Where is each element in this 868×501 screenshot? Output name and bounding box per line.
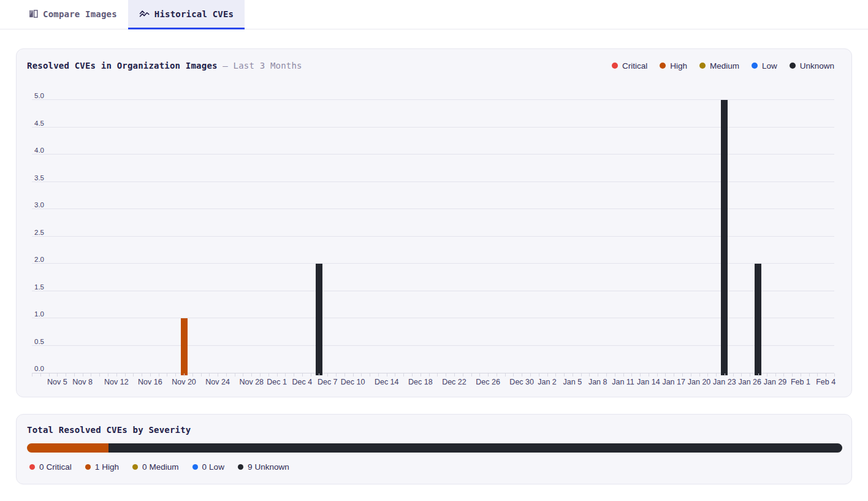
x-axis-tick [649, 373, 649, 377]
bar-unknown-jan23[interactable] [721, 100, 728, 375]
x-axis-tick [522, 373, 522, 377]
x-axis-tick [598, 373, 598, 377]
medium-dot [699, 63, 706, 69]
x-axis-tick [437, 373, 438, 377]
gridline [32, 208, 834, 209]
bar-unknown-jan27[interactable] [755, 264, 761, 375]
x-axis-tick [91, 373, 91, 377]
medium-dot [132, 464, 138, 470]
x-axis-tick [826, 373, 826, 377]
tab-historical-cves[interactable]: Historical CVEs [128, 0, 245, 29]
x-axis-tick [302, 373, 303, 377]
bar-unknown-dec6[interactable] [316, 264, 322, 375]
x-axis-tick [251, 373, 252, 377]
x-axis-tick [573, 373, 573, 377]
x-axis-tick [657, 373, 658, 377]
x-axis-tick [429, 373, 430, 377]
x-axis-tick [682, 373, 683, 377]
x-axis-tick [150, 373, 151, 377]
x-axis-tick [336, 373, 337, 377]
x-axis-tick [125, 373, 126, 377]
chart-legend: Critical High Medium Low Unknown [612, 61, 834, 71]
legend-item-medium: Medium [699, 61, 739, 71]
gridline [32, 345, 834, 346]
x-axis-tick [581, 373, 582, 377]
x-axis-tick [547, 373, 548, 377]
x-axis-label: Jan 20 [688, 378, 711, 386]
x-axis-tick [792, 373, 793, 377]
x-axis-label: Jan 8 [588, 378, 607, 386]
high-dot [85, 464, 91, 470]
y-axis-label: 2.5 [34, 229, 44, 236]
gridline [32, 263, 834, 264]
x-axis-label: Jan 5 [563, 378, 582, 386]
x-axis-tick [750, 373, 750, 377]
x-axis-tick [539, 373, 539, 377]
tab-label: Compare Images [43, 9, 117, 19]
x-axis-tick [226, 373, 227, 377]
x-axis-tick [640, 373, 641, 377]
x-axis-tick [192, 373, 193, 377]
x-axis-tick [184, 373, 185, 377]
x-axis-label: Feb 1 [791, 378, 810, 386]
x-axis-label: Dec 30 [509, 378, 534, 386]
tab-compare-images[interactable]: Compare Images [17, 0, 128, 29]
x-axis-tick [615, 373, 615, 377]
x-axis-label: Jan 29 [764, 378, 787, 386]
x-axis-tick [691, 373, 691, 377]
x-axis-tick [665, 373, 666, 377]
y-axis-label: 4.5 [34, 120, 44, 127]
x-axis-label: Dec 4 [292, 378, 313, 386]
severity-summary-card: Total Resolved CVEs by Severity 0Critica… [16, 414, 852, 484]
x-axis-tick [285, 373, 286, 377]
x-axis-tick [488, 373, 489, 377]
x-axis-tick [564, 373, 565, 377]
x-axis-label: Jan 14 [637, 378, 660, 386]
x-axis-tick [268, 373, 269, 377]
x-axis-tick [446, 373, 446, 377]
x-axis-label: Nov 28 [239, 378, 264, 386]
x-axis-tick [775, 373, 776, 377]
bar-high-nov20[interactable] [181, 318, 188, 375]
x-axis-tick [809, 373, 810, 377]
x-axis-tick [801, 373, 801, 377]
x-axis-tick [345, 373, 345, 377]
legend-item-low: Low [752, 61, 777, 71]
critical-dot [612, 63, 618, 69]
x-axis-tick [378, 373, 379, 377]
x-axis-tick [817, 373, 818, 377]
low-dot [752, 63, 758, 69]
x-axis-tick [767, 373, 767, 377]
x-axis-tick [294, 373, 294, 377]
gridline [32, 182, 834, 182]
summary-legend-item-low: 0Low [192, 462, 224, 472]
x-axis-tick [716, 373, 717, 377]
x-axis-label: Dec 18 [408, 378, 433, 386]
x-axis: Nov 5Nov 8Nov 12Nov 16Nov 20Nov 24Nov 28… [32, 373, 834, 391]
x-axis-tick [260, 373, 261, 377]
chart-card-header: Resolved CVEs in Organization Images — L… [17, 49, 851, 71]
summary-legend-item-unknown: 9Unknown [238, 462, 289, 472]
x-axis-tick [623, 373, 624, 377]
x-axis-tick [555, 373, 556, 377]
y-axis-label: 5.0 [34, 92, 44, 99]
x-axis-tick [353, 373, 354, 377]
severity-stacked-bar [27, 443, 842, 453]
legend-item-high: High [660, 61, 687, 71]
unknown-dot [790, 63, 796, 69]
critical-dot [29, 464, 35, 470]
x-axis-tick [783, 373, 784, 377]
compare-images-icon [28, 9, 39, 19]
x-axis-label: Nov 16 [138, 378, 162, 386]
low-dot [192, 464, 198, 470]
x-axis-tick [758, 373, 759, 377]
y-axis-label: 2.0 [34, 256, 44, 263]
y-axis-label: 3.0 [34, 201, 44, 208]
x-axis-tick [589, 373, 590, 377]
x-axis-tick [403, 373, 404, 377]
summary-title: Total Resolved CVEs by Severity [27, 425, 841, 435]
x-axis-label: Jan 17 [662, 378, 685, 386]
x-axis-tick [218, 373, 218, 377]
resolved-cves-chart-card: Resolved CVEs in Organization Images — L… [16, 48, 852, 397]
x-axis-label: Dec 22 [442, 378, 466, 386]
